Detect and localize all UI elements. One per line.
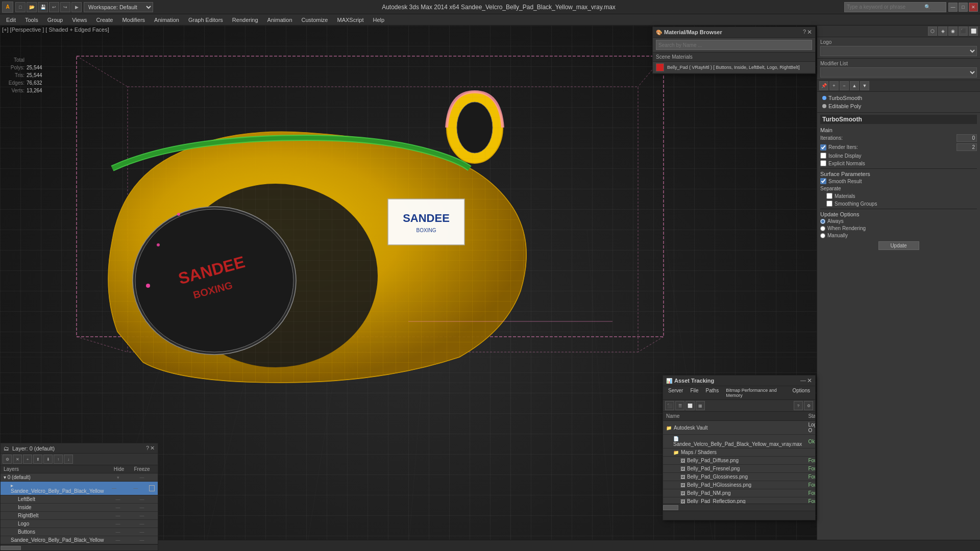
at-table-row[interactable]: 📁Maps / Shaders xyxy=(663,448,815,457)
at-table-row[interactable]: 🖼Belly_Pad_Diffuse.pngFound xyxy=(663,457,815,465)
rp-icon-2[interactable]: ◈ xyxy=(938,27,947,36)
at-table-row[interactable]: 🖼Belly_Pad_Glossiness.pngFound xyxy=(663,473,815,481)
modifier-turbosmooth[interactable]: TurboSmooth xyxy=(820,94,977,102)
at-menu-options[interactable]: Options xyxy=(790,387,813,398)
iterations-input[interactable] xyxy=(957,134,977,142)
at-icon4[interactable]: ▦ xyxy=(696,401,705,410)
new-btn[interactable]: □ xyxy=(15,2,26,12)
always-radio[interactable] xyxy=(820,219,825,224)
mod-del-icon[interactable]: − xyxy=(840,81,849,90)
undo-btn[interactable]: ↩ xyxy=(49,2,59,12)
at-table-row[interactable]: 🖼Belly_Pad_Reflection.pngFound xyxy=(663,497,815,504)
asset-tracking-min[interactable]: — xyxy=(800,377,806,384)
at-cell-name: 📄Sandee_Velcro_Belly_Pad_Black_Yellow_ma… xyxy=(663,435,805,448)
mod-add-icon[interactable]: + xyxy=(829,81,839,90)
redo-btn[interactable]: ↪ xyxy=(60,2,70,12)
material-browser-help[interactable]: ? xyxy=(803,29,806,36)
materials-checkbox[interactable] xyxy=(826,193,832,199)
rp-icon-5[interactable]: ⬜ xyxy=(969,27,978,36)
menu-tools[interactable]: Tools xyxy=(21,16,42,24)
layers-close[interactable]: ✕ xyxy=(150,445,155,452)
at-icon2[interactable]: ☰ xyxy=(675,401,684,410)
at-icon5[interactable]: ? xyxy=(794,401,803,410)
mod-down-icon[interactable]: ▼ xyxy=(860,81,869,90)
render-iters-input[interactable] xyxy=(957,143,977,151)
menu-edit[interactable]: Edit xyxy=(2,16,20,24)
at-table-row[interactable]: 🖼Belly_Pad_Fresnel.pngFound xyxy=(663,465,815,473)
smooth-result-checkbox[interactable] xyxy=(820,178,826,184)
at-icon6[interactable]: ⚙ xyxy=(804,401,813,410)
minimize-btn[interactable]: — xyxy=(948,3,958,12)
explicit-normals-checkbox[interactable] xyxy=(820,160,826,166)
layer-icon2[interactable]: ✕ xyxy=(13,455,22,464)
menu-animation[interactable]: Animation xyxy=(150,16,183,24)
open-btn[interactable]: 📂 xyxy=(27,2,37,12)
layer-icon5[interactable]: ⬇ xyxy=(43,455,53,464)
at-table-row[interactable]: 📁Autodesk VaultLogged O xyxy=(663,421,815,435)
mod-pin-icon[interactable]: 📌 xyxy=(819,81,828,90)
material-browser-close[interactable]: ✕ xyxy=(807,29,812,36)
render-btn[interactable]: ▶ xyxy=(71,2,82,12)
update-button[interactable]: Update xyxy=(878,241,919,250)
workspace-dropdown[interactable]: Workspace: Default xyxy=(84,2,153,12)
layer-item[interactable]: LeftBelt—— xyxy=(1,495,158,504)
layer-item[interactable]: ▸ Sandee_Velcro_Belly_Pad_Black_Yellow—— xyxy=(1,482,158,495)
menu-help[interactable]: Help xyxy=(369,16,388,24)
scene-materials-header[interactable]: Scene Materials xyxy=(653,53,815,62)
menu-maxscript[interactable]: MAXScript xyxy=(333,16,368,24)
menu-views[interactable]: Views xyxy=(68,16,91,24)
at-scroll-thumb[interactable] xyxy=(663,505,678,510)
render-iters-checkbox[interactable] xyxy=(820,144,826,151)
layers-help[interactable]: ? xyxy=(146,445,149,452)
smoothing-groups-checkbox[interactable] xyxy=(826,201,832,207)
layer-item[interactable]: Buttons—— xyxy=(1,528,158,536)
at-row-icon: 🖼 xyxy=(680,466,685,471)
manually-radio[interactable] xyxy=(820,233,825,238)
at-menu-paths[interactable]: Paths xyxy=(703,387,722,398)
at-menu-file[interactable]: File xyxy=(687,387,701,398)
at-menu-bitmap[interactable]: Bitmap Performance and Memory xyxy=(723,387,788,398)
layer-item[interactable]: RightBelt—— xyxy=(1,512,158,520)
modifier-dropdown[interactable] xyxy=(820,67,977,78)
layer-item[interactable]: Logo—— xyxy=(1,520,158,528)
maximize-btn[interactable]: □ xyxy=(959,3,968,12)
rp-icon-1[interactable]: ⬡ xyxy=(928,27,937,36)
asset-tracking-close[interactable]: ✕ xyxy=(807,377,812,384)
isoline-checkbox[interactable] xyxy=(820,153,826,159)
menu-group[interactable]: Group xyxy=(43,16,67,24)
close-btn[interactable]: ✕ xyxy=(969,3,978,12)
material-item-belly-pad[interactable]: Belly_Pad ( VRayMtl ) [ Buttons, Inside,… xyxy=(653,62,815,73)
layer-icon3[interactable]: + xyxy=(23,455,32,464)
layers-scrollbar[interactable] xyxy=(1,544,158,550)
modifier-editable-poly[interactable]: Editable Poly xyxy=(820,102,977,110)
material-search-input[interactable] xyxy=(656,40,812,50)
at-cell-name: 🖼Belly_Pad_Diffuse.png xyxy=(663,457,805,465)
menu-modifiers[interactable]: Modifiers xyxy=(118,16,149,24)
layer-item[interactable]: Sandee_Velcro_Belly_Pad_Black_Yellow—— xyxy=(1,536,158,544)
rp-icon-3[interactable]: ◉ xyxy=(948,27,958,36)
at-icon3[interactable]: ⬜ xyxy=(685,401,695,410)
menu-create[interactable]: Create xyxy=(92,16,117,24)
layer-icon4[interactable]: ⬆ xyxy=(33,455,42,464)
when-rendering-radio[interactable] xyxy=(820,226,825,231)
menu-rendering[interactable]: Rendering xyxy=(228,16,262,24)
asset-tracking-scrollbar[interactable] xyxy=(663,504,815,511)
save-btn[interactable]: 💾 xyxy=(38,2,48,12)
layer-icon6[interactable]: ↑ xyxy=(54,455,63,464)
menu-customize[interactable]: Customize xyxy=(298,16,332,24)
at-table-row[interactable]: 🖼Belly_Pad_HGlossiness.pngFound xyxy=(663,481,815,489)
rp-icon-4[interactable]: ⬛ xyxy=(959,27,968,36)
at-menu-server[interactable]: Server xyxy=(665,387,686,398)
layer-item[interactable]: ▾ 0 (default)▾— xyxy=(1,473,158,482)
mod-up-icon[interactable]: ▲ xyxy=(850,81,859,90)
menu-animation2[interactable]: Animation xyxy=(263,16,297,24)
logo-dropdown[interactable] xyxy=(820,46,977,56)
at-table-row[interactable]: 🖼Belly_Pad_NM.pngFound xyxy=(663,489,815,497)
layer-icon1[interactable]: ⚙ xyxy=(3,455,12,464)
search-input[interactable] xyxy=(847,4,923,10)
layer-icon7[interactable]: ↓ xyxy=(64,455,73,464)
menu-graph-editors[interactable]: Graph Editors xyxy=(184,16,227,24)
layer-item[interactable]: Inside—— xyxy=(1,504,158,512)
at-table-row[interactable]: 📄Sandee_Velcro_Belly_Pad_Black_Yellow_ma… xyxy=(663,435,815,448)
at-icon1[interactable]: ⬛ xyxy=(665,401,674,410)
